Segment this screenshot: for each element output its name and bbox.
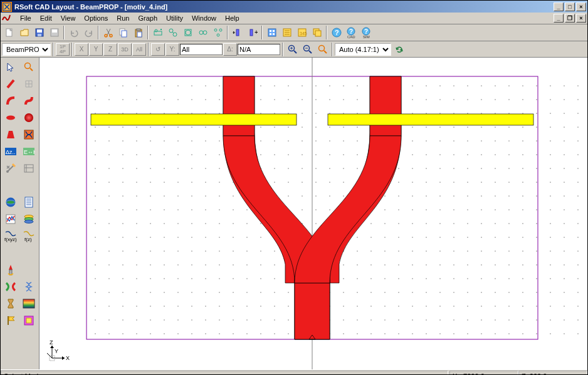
fz-tool-icon[interactable]: f(z) — [20, 228, 37, 244]
gradient-tool-icon[interactable] — [20, 295, 37, 311]
sbend-tool-icon[interactable] — [20, 93, 37, 108]
svg-point-22 — [214, 29, 217, 31]
taper-tool-icon[interactable] — [2, 126, 19, 142]
right-electrode[interactable] — [328, 114, 533, 125]
menu-run[interactable]: Run — [112, 13, 134, 23]
all-input[interactable] — [180, 44, 223, 55]
window-title: RSoft CAD Layout - BeamPROP - [motiv_4.i… — [14, 3, 554, 11]
svg-line-60 — [8, 80, 14, 88]
dna-tool-icon[interactable] — [20, 279, 37, 294]
lens-2d-tool-icon[interactable] — [2, 110, 19, 125]
sim-icon[interactable]: ?SIM — [359, 26, 374, 39]
eh-tool-icon[interactable]: E↔H — [20, 143, 37, 159]
delta-z-tool-icon[interactable]: Δz.. — [2, 143, 19, 159]
doc-icon[interactable] — [2, 14, 12, 23]
purple-tool-icon[interactable] — [20, 312, 37, 328]
minimize-button[interactable]: _ — [554, 3, 564, 11]
delta-input[interactable] — [238, 44, 280, 55]
menu-utility[interactable]: Utility — [162, 13, 187, 23]
svg-point-20 — [199, 31, 203, 34]
left-electrode[interactable] — [91, 114, 297, 125]
svg-point-18 — [186, 30, 191, 35]
menu-window[interactable]: Window — [187, 13, 221, 23]
mdi-minimize-button[interactable]: _ — [554, 14, 564, 23]
fxyz-tool-icon[interactable]: f(xyz) — [2, 228, 19, 244]
green-tool3-icon[interactable] — [181, 26, 195, 39]
menu-graph[interactable]: Graph — [134, 13, 162, 23]
coupler-tool-icon[interactable] — [2, 279, 19, 294]
copy-icon[interactable] — [116, 26, 130, 39]
cut-icon[interactable] — [101, 26, 115, 39]
3d-button[interactable]: 3D — [118, 43, 132, 56]
list2-icon[interactable]: 345 — [295, 26, 309, 39]
menu-options[interactable]: Options — [80, 13, 112, 23]
settings-tool-icon[interactable] — [2, 160, 19, 176]
green-tool1-icon[interactable] — [150, 26, 165, 39]
graph-tool-icon[interactable] — [2, 211, 19, 227]
help-icon[interactable]: ? — [329, 26, 344, 39]
run-tool-icon[interactable] — [2, 262, 19, 277]
zoom-out-icon[interactable] — [300, 43, 315, 56]
segment-tool-icon[interactable] — [2, 76, 19, 91]
svg-point-56 — [318, 45, 324, 51]
refresh-icon[interactable] — [392, 43, 406, 56]
svg-text:?: ? — [349, 28, 353, 35]
cad-icon[interactable]: ?CAD — [344, 26, 359, 39]
mesh-tool-icon[interactable] — [20, 76, 37, 91]
solver-select[interactable]: BeamPROP — [2, 43, 51, 56]
arc-tool-icon[interactable] — [2, 93, 19, 108]
lattice-tool-icon[interactable] — [20, 126, 37, 142]
new-file-icon[interactable] — [2, 26, 16, 39]
paste-icon[interactable] — [131, 26, 145, 39]
cascade-icon[interactable] — [310, 26, 324, 39]
y-label-button[interactable]: Y: — [165, 43, 179, 56]
svg-point-21 — [203, 31, 207, 34]
delta-button[interactable]: Δ: — [223, 43, 237, 56]
menu-view[interactable]: View — [56, 13, 80, 23]
flag-tool-icon[interactable] — [2, 312, 19, 328]
close-button[interactable]: × — [576, 3, 586, 11]
waveguide-trunk[interactable] — [295, 280, 330, 339]
rotate-left-button[interactable]: ↺ — [151, 43, 165, 56]
maximize-button[interactable]: □ — [565, 3, 575, 11]
save-icon[interactable] — [32, 26, 46, 39]
pointer-tool-icon[interactable] — [2, 59, 19, 74]
redo-icon[interactable] — [81, 26, 96, 39]
menu-help[interactable]: Help — [221, 13, 244, 23]
edge-tool-icon[interactable] — [20, 160, 37, 176]
report-tool-icon[interactable] — [20, 194, 37, 210]
drawing-canvas[interactable]: X Z Y — [39, 58, 587, 369]
x-axis-button[interactable]: X — [75, 43, 88, 56]
green-tool5-icon[interactable] — [211, 26, 225, 39]
svg-point-7 — [105, 34, 107, 37]
status-mode: Select Mode — [1, 371, 448, 376]
mdi-restore-button[interactable]: ❐ — [565, 14, 575, 23]
y-axis-button[interactable]: Y — [89, 43, 103, 56]
layers-tool-icon[interactable] — [20, 211, 37, 227]
matrix-icon[interactable] — [265, 26, 279, 39]
svg-text:X: X — [66, 355, 70, 361]
1p-button[interactable]: 1P4P — [56, 43, 70, 56]
left-arm-top[interactable] — [223, 76, 255, 136]
open-file-icon[interactable] — [17, 26, 31, 39]
zoom-select[interactable]: Auto (4.17:1) — [335, 43, 391, 56]
menu-edit[interactable]: Edit — [36, 13, 56, 23]
right-arm-top[interactable] — [370, 76, 401, 136]
timer-tool-icon[interactable] — [2, 295, 19, 311]
zoom-tool-icon[interactable] — [20, 59, 37, 74]
index-add-icon[interactable]: + — [245, 26, 260, 39]
green-tool4-icon[interactable] — [196, 26, 210, 39]
menu-file[interactable]: File — [16, 13, 36, 23]
zoom-in-icon[interactable] — [285, 43, 300, 56]
zoom-reset-icon[interactable] — [315, 43, 330, 56]
index-left-icon[interactable] — [230, 26, 244, 39]
all-button[interactable]: All — [132, 43, 146, 56]
saveas-icon[interactable] — [47, 26, 61, 39]
mdi-close-button[interactable]: × — [576, 14, 586, 23]
list1-icon[interactable] — [280, 26, 294, 39]
lens-3d-tool-icon[interactable] — [20, 110, 37, 125]
undo-icon[interactable] — [66, 26, 81, 39]
green-tool2-icon[interactable] — [165, 26, 180, 39]
globe-tool-icon[interactable] — [2, 194, 19, 210]
z-axis-button[interactable]: Z — [103, 43, 117, 56]
